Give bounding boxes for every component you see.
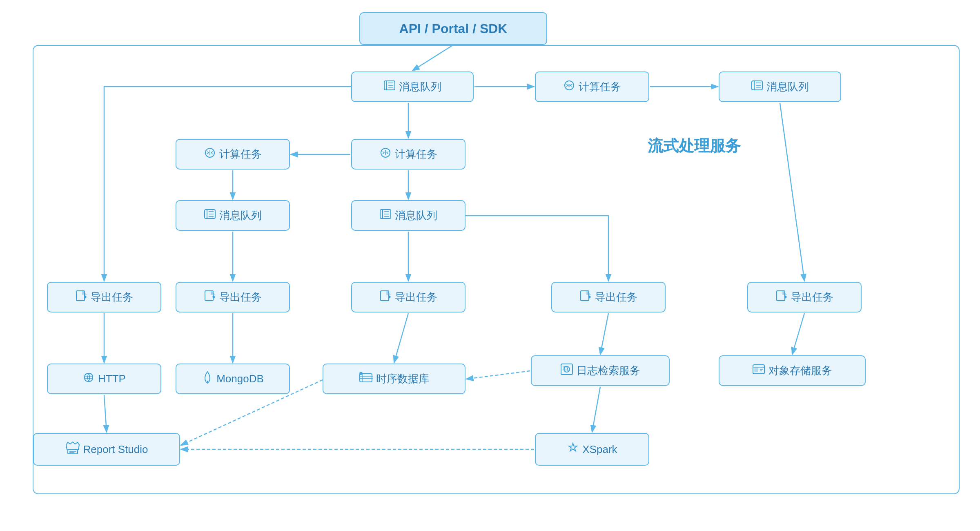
calc-task-mid-left-label: 计算任务 <box>219 147 262 161</box>
api-portal-sdk-label: API / Portal / SDK <box>399 21 508 36</box>
log-search-icon <box>560 363 573 378</box>
msg-queue-icon-mc <box>379 208 392 223</box>
report-studio-icon <box>65 442 80 457</box>
node-calc-task-mid-center: 计算任务 <box>351 139 466 170</box>
http-icon <box>82 371 95 386</box>
export-icon-3 <box>379 290 392 305</box>
xspark-icon <box>567 442 579 457</box>
xspark-label: XSpark <box>582 443 617 456</box>
msg-queue-mid-left-label: 消息队列 <box>219 208 262 223</box>
node-time-series-db: 时序数据库 <box>323 364 466 394</box>
node-export-task-5: 导出任务 <box>747 282 862 312</box>
node-stream-service: 流式处理服务 <box>612 131 776 161</box>
node-export-task-1: 导出任务 <box>47 282 161 312</box>
node-mongodb: MongoDB <box>176 364 290 394</box>
node-export-task-3: 导出任务 <box>351 282 466 312</box>
export-icon-1 <box>75 290 87 305</box>
calc-task-icon-tr <box>563 79 575 94</box>
stream-service-label: 流式处理服务 <box>648 136 741 156</box>
calc-task-top-right-label: 计算任务 <box>579 80 621 94</box>
node-api-portal-sdk: API / Portal / SDK <box>359 12 547 45</box>
node-xspark: XSpark <box>535 433 649 466</box>
msg-queue-icon-ml <box>204 208 216 223</box>
object-storage-label: 对象存储服务 <box>768 364 832 378</box>
export-task-1-label: 导出任务 <box>91 290 133 304</box>
node-object-storage: 对象存储服务 <box>719 355 866 386</box>
node-msg-queue-top-right: 消息队列 <box>719 71 841 102</box>
node-msg-queue-top: 消息队列 <box>351 71 474 102</box>
svg-point-38 <box>564 367 568 370</box>
node-http: HTTP <box>47 364 161 394</box>
node-export-task-4: 导出任务 <box>551 282 666 312</box>
msg-queue-top-label: 消息队列 <box>399 80 441 94</box>
report-studio-label: Report Studio <box>83 443 148 456</box>
mongodb-label: MongoDB <box>216 373 264 385</box>
msg-queue-icon-tr <box>751 79 763 94</box>
export-icon-2 <box>204 290 216 305</box>
msg-queue-icon-1 <box>383 79 396 94</box>
node-export-task-2: 导出任务 <box>176 282 290 312</box>
node-msg-queue-mid-left: 消息队列 <box>176 200 290 231</box>
calc-task-icon-mc <box>379 147 392 162</box>
export-task-3-label: 导出任务 <box>395 290 437 304</box>
export-icon-4 <box>579 290 592 305</box>
svg-rect-36 <box>561 364 572 375</box>
msg-queue-top-right-label: 消息队列 <box>766 80 809 94</box>
object-storage-icon <box>752 363 765 378</box>
svg-rect-41 <box>755 368 758 372</box>
http-label: HTTP <box>98 373 126 385</box>
export-task-4-label: 导出任务 <box>595 290 637 304</box>
calc-task-icon-ml <box>204 147 216 162</box>
time-series-db-label: 时序数据库 <box>376 372 429 386</box>
svg-line-39 <box>567 370 568 371</box>
mongodb-icon <box>202 371 213 387</box>
svg-rect-44 <box>68 450 78 454</box>
node-msg-queue-mid-center: 消息队列 <box>351 200 466 231</box>
log-search-label: 日志检索服务 <box>577 364 640 378</box>
node-calc-task-top-right: 计算任务 <box>535 71 649 102</box>
time-series-icon <box>359 371 373 386</box>
node-report-studio: Report Studio <box>33 433 180 466</box>
export-icon-5 <box>775 290 788 305</box>
node-calc-task-mid-left: 计算任务 <box>176 139 290 170</box>
node-log-search: 日志检索服务 <box>531 355 670 386</box>
outer-box <box>33 45 960 494</box>
diagram-container: API / Portal / SDK 消息队列 计算任务 消息队列 计算任务 <box>0 0 980 531</box>
msg-queue-mid-center-label: 消息队列 <box>395 208 437 223</box>
calc-task-mid-center-label: 计算任务 <box>395 147 437 161</box>
export-task-5-label: 导出任务 <box>791 290 833 304</box>
svg-rect-33 <box>360 374 372 382</box>
export-task-2-label: 导出任务 <box>219 290 262 304</box>
